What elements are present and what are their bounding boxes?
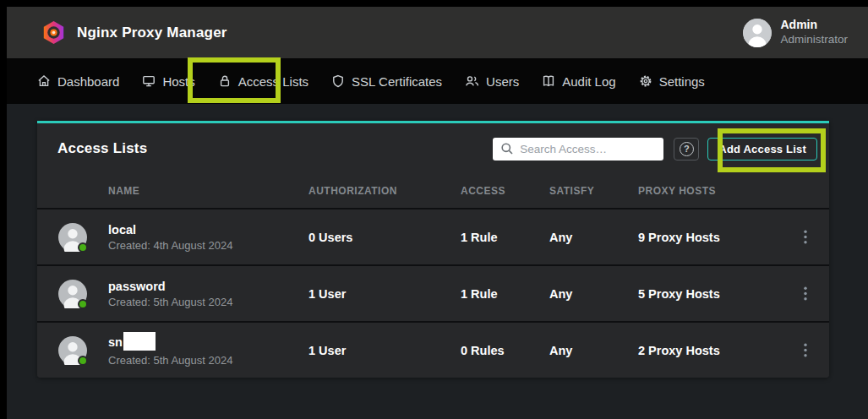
cell-proxy-hosts: 2 Proxy Hosts (638, 344, 790, 357)
table-header-row: NAME AUTHORIZATION ACCESS SATISFY PROXY … (37, 174, 829, 208)
search-icon (500, 142, 514, 155)
column-header-satisfy: SATISFY (549, 185, 638, 197)
table-row[interactable]: local Created: 4th August 2024 0 Users 1… (37, 208, 829, 264)
app-title: Nginx Proxy Manager (77, 24, 227, 41)
help-icon: ? (680, 142, 694, 156)
cell-authorization: 1 User (308, 287, 461, 301)
app-window: Nginx Proxy Manager Admin Administrator … (7, 7, 868, 415)
access-list-name[interactable]: sn (108, 334, 308, 352)
home-icon (37, 74, 51, 88)
table-row[interactable]: password Created: 5th August 2024 1 User… (37, 264, 829, 321)
panel-toolbar: Access Lists ? Add Access List (37, 123, 829, 174)
cell-satisfy: Any (549, 287, 638, 301)
nav-item-hosts[interactable]: Hosts (142, 74, 194, 89)
user-avatar (743, 19, 772, 47)
column-header-authorization: AUTHORIZATION (308, 185, 461, 197)
help-button[interactable]: ? (674, 138, 699, 161)
row-actions-menu-button[interactable] (790, 343, 829, 357)
table-row[interactable]: sn Created: 5th August 2024 1 User 0 Rul… (37, 321, 829, 378)
page-content: Access Lists ? Add Access List NAME AUTH… (7, 121, 868, 419)
user-menu[interactable]: Admin Administrator (743, 18, 848, 46)
access-list-created: Created: 4th August 2024 (108, 239, 308, 252)
top-header-bar: Nginx Proxy Manager Admin Administrator (7, 7, 868, 58)
column-header-proxy-hosts: PROXY HOSTS (638, 185, 790, 197)
row-actions-menu-button[interactable] (790, 230, 829, 244)
access-list-name[interactable]: local (108, 222, 308, 238)
user-name: Admin (780, 18, 848, 33)
status-dot (78, 242, 88, 253)
monitor-icon (142, 74, 156, 88)
row-actions-menu-button[interactable] (790, 286, 829, 301)
redaction-box (123, 332, 156, 351)
nav-item-ssl-certificates[interactable]: SSL Certificates (331, 74, 442, 89)
access-list-created: Created: 5th August 2024 (108, 354, 308, 367)
kebab-menu-icon (804, 343, 807, 357)
nav-item-dashboard[interactable]: Dashboard (37, 74, 119, 89)
shield-icon (331, 74, 345, 88)
main-navigation: Dashboard Hosts Access Lists SSL Certifi… (7, 58, 868, 104)
nav-item-audit-log[interactable]: Audit Log (542, 74, 615, 89)
search-box (493, 138, 663, 161)
users-icon (465, 74, 479, 88)
column-header-name: NAME (108, 185, 308, 197)
cell-satisfy: Any (549, 344, 638, 357)
nav-item-access-lists[interactable]: Access Lists (218, 74, 308, 89)
cell-satisfy: Any (549, 231, 638, 244)
nginx-proxy-manager-logo-icon (42, 20, 65, 45)
user-role: Administrator (780, 33, 848, 47)
cell-authorization: 0 Users (308, 231, 461, 244)
kebab-menu-icon (804, 286, 807, 301)
panel-title: Access Lists (57, 140, 147, 157)
cell-proxy-hosts: 9 Proxy Hosts (638, 231, 790, 244)
cell-authorization: 1 User (308, 344, 461, 357)
cell-access: 1 Rule (461, 287, 549, 301)
nav-item-users[interactable]: Users (465, 74, 519, 89)
status-dot (78, 299, 88, 309)
access-list-name[interactable]: password (108, 279, 308, 295)
kebab-menu-icon (804, 230, 807, 244)
column-header-access: ACCESS (461, 185, 549, 197)
add-access-list-button[interactable]: Add Access List (707, 138, 817, 161)
gear-icon (639, 74, 652, 88)
book-icon (542, 74, 555, 88)
access-list-created: Created: 5th August 2024 (108, 296, 308, 308)
nav-item-settings[interactable]: Settings (639, 74, 705, 89)
cell-access: 0 Rules (461, 344, 549, 357)
lock-icon (218, 74, 232, 88)
cell-access: 1 Rule (461, 231, 549, 244)
access-lists-panel: Access Lists ? Add Access List NAME AUTH… (37, 121, 829, 378)
cell-proxy-hosts: 5 Proxy Hosts (638, 287, 790, 301)
status-dot (78, 356, 88, 366)
search-input[interactable] (493, 138, 663, 161)
